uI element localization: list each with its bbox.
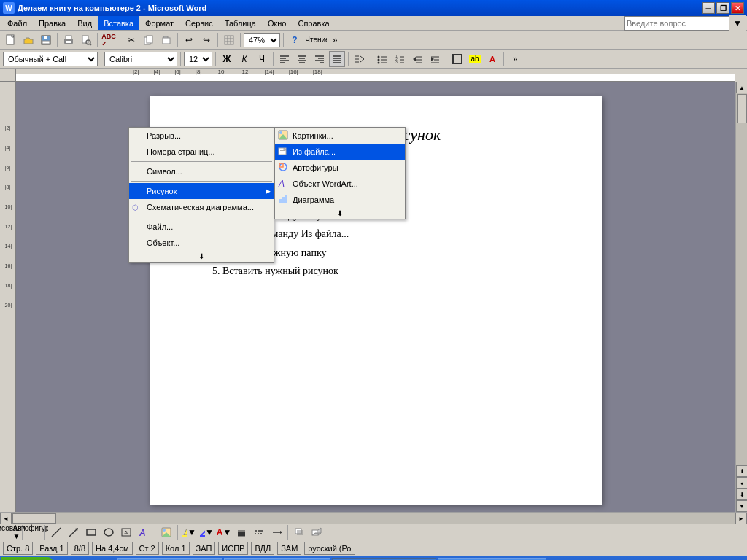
menu-file[interactable]: Файл <box>1 16 33 30</box>
scroll-track[interactable] <box>736 93 747 465</box>
arrow-style-button[interactable] <box>268 524 285 540</box>
rect-tool[interactable] <box>83 524 99 540</box>
open-button[interactable] <box>20 32 36 48</box>
align-left-button[interactable] <box>276 51 293 67</box>
paste-button[interactable] <box>158 32 174 48</box>
menu-window[interactable]: Окно <box>262 16 293 30</box>
help-search-button[interactable]: ▼ <box>729 15 746 31</box>
dash-style-button[interactable] <box>251 524 267 540</box>
font-color-button[interactable]: A <box>484 51 500 67</box>
menu-help[interactable]: Справка <box>292 16 335 30</box>
redo-button[interactable]: ↪ <box>198 32 214 48</box>
menu-insert[interactable]: Вставка <box>98 16 139 30</box>
line-tool[interactable] <box>48 524 64 540</box>
svg-rect-68 <box>280 152 285 152</box>
style-select[interactable]: Обычный + Call <box>3 52 98 66</box>
minimize-button[interactable]: ─ <box>702 2 715 14</box>
menu-format[interactable]: Формат <box>139 16 179 30</box>
print-preview-button[interactable] <box>78 32 94 48</box>
menu-view[interactable]: Вид <box>71 16 98 30</box>
align-right-button[interactable] <box>311 51 328 67</box>
print-button[interactable] <box>61 32 77 48</box>
insert-menu-page-numbers[interactable]: Номера страниц... <box>129 144 274 160</box>
scroll-up-button[interactable]: ▲ <box>736 82 747 93</box>
picture-submenu-more[interactable]: ⬇ <box>275 208 405 219</box>
menu-tools[interactable]: Сервис <box>179 16 219 30</box>
zoom-select[interactable]: 47% <box>244 33 280 47</box>
help-search-input[interactable] <box>624 16 729 31</box>
menu-edit[interactable]: Правка <box>33 16 71 30</box>
insert-menu-break[interactable]: Разрыв... <box>129 128 274 144</box>
table-button[interactable] <box>221 32 237 48</box>
h-scroll-thumb[interactable] <box>12 513 56 524</box>
line-spacing-button[interactable] <box>352 51 368 67</box>
textbox-tool[interactable]: A <box>118 524 134 540</box>
outside-border-button[interactable] <box>449 51 465 67</box>
spell-check-button[interactable]: ABC✓ <box>101 32 117 48</box>
italic-button[interactable]: К <box>236 51 252 67</box>
picture-submenu-autoshapes[interactable]: Автофигуры <box>275 160 405 176</box>
arrow-tool[interactable] <box>66 524 82 540</box>
bullets-button[interactable] <box>374 51 390 67</box>
svg-marker-53 <box>413 57 416 61</box>
svg-point-63 <box>279 131 282 134</box>
scroll-left-button[interactable]: ◄ <box>0 513 12 524</box>
scroll-select-button[interactable]: ● <box>736 477 747 489</box>
3d-button[interactable] <box>309 524 325 540</box>
list-item: Вставить нужный рисунок <box>222 262 558 280</box>
autoshapes-draw-button[interactable]: Автофигуры ▼ <box>26 524 42 540</box>
scroll-page-up-button[interactable]: ⬆ <box>736 465 747 477</box>
new-button[interactable] <box>3 32 19 48</box>
menu-table[interactable]: Таблица <box>219 16 262 30</box>
shadow-button[interactable] <box>291 524 307 540</box>
restore-button[interactable]: ❐ <box>716 2 729 14</box>
insert-menu-picture[interactable]: Рисунок ▶ <box>129 183 274 199</box>
undo-button[interactable]: ↩ <box>181 32 197 48</box>
oval-tool[interactable] <box>101 524 117 540</box>
status-overtype: ЗАМ <box>277 542 301 555</box>
fill-color-button[interactable]: ▼ <box>181 524 197 540</box>
start-button[interactable]: ⊞ ПУСК <box>1 557 53 560</box>
status-position: На 4,4см <box>92 542 132 555</box>
align-center-button[interactable] <box>294 51 310 67</box>
picture-submenu-clipart[interactable]: Картинки... <box>275 128 405 144</box>
scroll-thumb[interactable] <box>737 94 747 123</box>
bold-button[interactable]: Ж <box>219 51 235 67</box>
toolbar-expand[interactable]: » <box>327 32 343 48</box>
increase-indent-button[interactable] <box>427 51 443 67</box>
format-sep-2 <box>180 52 181 66</box>
wordart-draw-button[interactable]: A <box>136 524 152 540</box>
insert-menu-symbol[interactable]: Символ... <box>129 163 274 179</box>
scroll-page-down-button[interactable]: ⬇ <box>736 489 747 500</box>
save-button[interactable] <box>38 32 54 48</box>
read-button[interactable]: Чтение <box>309 32 325 48</box>
cut-button[interactable]: ✂ <box>123 32 139 48</box>
font-color-draw-button[interactable]: A▼ <box>216 524 232 540</box>
decrease-indent-button[interactable] <box>409 51 425 67</box>
insert-clipart-button[interactable] <box>158 524 174 540</box>
picture-submenu-wordart[interactable]: A Объект WordArt... <box>275 176 405 192</box>
scroll-down-button[interactable]: ▼ <box>736 500 747 512</box>
underline-button[interactable]: Ч <box>254 51 270 67</box>
format-expand[interactable]: » <box>507 51 523 67</box>
picture-submenu-from-file[interactable]: Из файла... <box>275 144 405 160</box>
insert-menu-more[interactable]: ⬇ <box>129 251 274 262</box>
fontsize-select[interactable]: 12 <box>184 52 212 66</box>
h-scroll-track[interactable] <box>12 513 735 524</box>
insert-menu-object[interactable]: Объект... <box>129 235 274 251</box>
copy-button[interactable] <box>141 32 157 48</box>
insert-menu-file[interactable]: Файл... <box>129 219 274 235</box>
font-select[interactable]: Calibri <box>104 52 177 66</box>
picture-submenu-diagram[interactable]: Диаграмма <box>275 192 405 208</box>
close-button[interactable]: ✕ <box>731 2 744 14</box>
justify-button[interactable] <box>329 51 345 67</box>
numbering-button[interactable]: 1.2.3. <box>392 51 408 67</box>
line-style-button[interactable] <box>233 524 249 540</box>
help-icon[interactable]: ? <box>287 32 303 48</box>
svg-rect-74 <box>285 195 287 203</box>
svg-marker-99 <box>280 531 282 534</box>
insert-menu-diagram[interactable]: ⬡ Схематическая диаграмма... <box>129 199 274 215</box>
line-color-button[interactable]: ▼ <box>198 524 214 540</box>
scroll-right-button[interactable]: ► <box>735 513 747 524</box>
highlight-button[interactable]: ab <box>467 51 483 67</box>
